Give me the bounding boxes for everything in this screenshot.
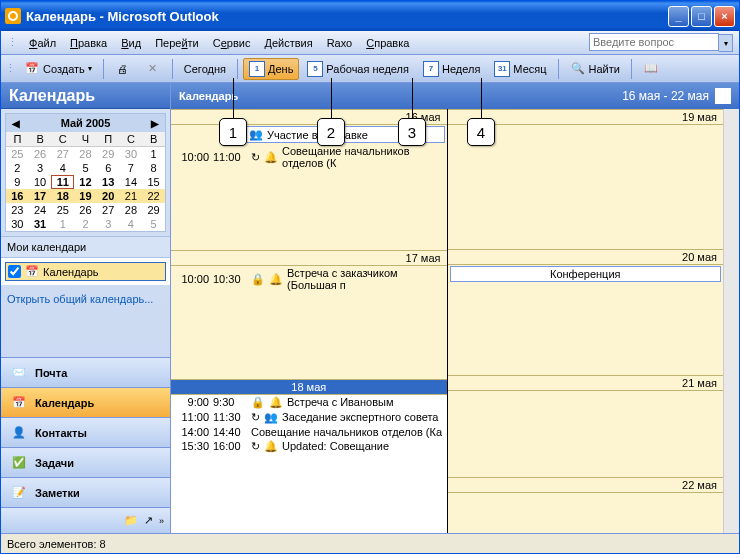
menu-raxo[interactable]: Rахо — [320, 35, 360, 51]
day-header-20[interactable]: 20 мая — [448, 249, 724, 265]
date-cell[interactable]: 20 — [97, 189, 120, 203]
date-cell[interactable]: 5 — [142, 217, 165, 231]
menu-edit[interactable]: Правка — [63, 35, 114, 51]
open-shared-calendar-link[interactable]: Открыть общий календарь... — [1, 285, 170, 313]
help-search-input[interactable] — [589, 33, 719, 51]
menu-actions[interactable]: Действия — [257, 35, 319, 51]
calendar-checkbox[interactable] — [8, 265, 21, 278]
appointment-allday[interactable]: Конференция — [450, 266, 722, 282]
date-cell[interactable]: 23 — [6, 203, 29, 217]
date-cell[interactable]: 13 — [97, 175, 120, 189]
window-title: Календарь - Microsoft Outlook — [26, 9, 668, 24]
create-button[interactable]: 📅 Создать ▾ — [18, 58, 98, 80]
date-cell[interactable]: 3 — [97, 217, 120, 231]
help-search[interactable]: ▾ — [589, 33, 733, 53]
close-button[interactable]: × — [714, 6, 735, 27]
nav-tasks[interactable]: ✅Задачи — [1, 447, 170, 477]
date-cell[interactable]: 30 — [6, 217, 29, 231]
date-cell[interactable]: 27 — [97, 203, 120, 217]
date-cell[interactable]: 17 — [29, 189, 52, 203]
help-search-dropdown[interactable]: ▾ — [719, 34, 733, 52]
date-cell[interactable]: 9 — [6, 175, 29, 189]
date-cell[interactable]: 25 — [51, 203, 74, 217]
date-cell[interactable]: 3 — [29, 161, 52, 175]
month-view-button[interactable]: 31Месяц — [488, 58, 552, 80]
menu-service[interactable]: Сервис — [206, 35, 258, 51]
date-cell[interactable]: 19 — [74, 189, 97, 203]
date-cell[interactable]: 11 — [51, 175, 74, 189]
date-cell[interactable]: 7 — [120, 161, 143, 175]
nav-contacts[interactable]: 👤Контакты — [1, 417, 170, 447]
date-cell[interactable]: 22 — [142, 189, 165, 203]
date-cell[interactable]: 8 — [142, 161, 165, 175]
menu-view[interactable]: Вид — [114, 35, 148, 51]
date-cell[interactable]: 10 — [29, 175, 52, 189]
menu-go[interactable]: Перейти — [148, 35, 206, 51]
nav-tray: 📁 ↗ » — [1, 507, 170, 533]
menu-help[interactable]: Справка — [359, 35, 416, 51]
shortcuts-icon[interactable]: ↗ — [144, 514, 153, 527]
nav-notes[interactable]: 📝Заметки — [1, 477, 170, 507]
date-cell[interactable]: 14 — [120, 175, 143, 189]
delete-button[interactable]: ✕ — [139, 58, 167, 80]
date-cell[interactable]: 6 — [97, 161, 120, 175]
appointment-row[interactable]: 10:0010:30 🔒🔔 Встреча с заказчиком (Боль… — [171, 266, 447, 292]
find-button[interactable]: 🔍Найти — [564, 58, 626, 80]
date-cell[interactable]: 26 — [74, 203, 97, 217]
date-cell[interactable]: 26 — [29, 147, 52, 161]
date-cell[interactable]: 18 — [51, 189, 74, 203]
day-header-21[interactable]: 21 мая — [448, 375, 724, 391]
day-header-17[interactable]: 17 мая — [171, 250, 447, 266]
scrollbar[interactable] — [723, 109, 739, 533]
date-cell[interactable]: 2 — [74, 217, 97, 231]
nav-calendar[interactable]: 📅Календарь — [1, 387, 170, 417]
folder-icon[interactable]: 📁 — [124, 514, 138, 527]
dropdown-icon: ▾ — [88, 64, 92, 73]
date-cell[interactable]: 2 — [6, 161, 29, 175]
my-calendar-item[interactable]: 📅 Календарь — [5, 262, 166, 281]
date-cell[interactable]: 24 — [29, 203, 52, 217]
appointment-row[interactable]: 9:009:30🔒🔔Встреча с Ивановым — [171, 395, 447, 410]
date-cell[interactable]: 30 — [120, 147, 143, 161]
day-header-22[interactable]: 22 мая — [448, 477, 724, 493]
date-cell[interactable]: 21 — [120, 189, 143, 203]
date-cell[interactable]: 4 — [120, 217, 143, 231]
date-cell[interactable]: 29 — [142, 203, 165, 217]
day-view-button[interactable]: 1День — [243, 58, 299, 80]
appointment-row[interactable]: 14:0014:40Совещание начальников отделов … — [171, 425, 447, 439]
week-view-button[interactable]: 7Неделя — [417, 58, 486, 80]
nav-mail[interactable]: ✉️Почта — [1, 357, 170, 387]
address-book-button[interactable]: 📖 — [637, 58, 665, 80]
date-cell[interactable]: 16 — [6, 189, 29, 203]
date-cell[interactable]: 25 — [6, 147, 29, 161]
date-cell[interactable]: 28 — [120, 203, 143, 217]
tasks-icon: ✅ — [9, 454, 29, 472]
configure-icon[interactable]: » — [159, 516, 164, 526]
workweek-view-button[interactable]: 5Рабочая неделя — [301, 58, 415, 80]
appointment-row[interactable]: 10:0011:00 ↻🔔 Совещание начальников отде… — [171, 144, 447, 170]
date-navigator[interactable]: ◀ Май 2005 ▶ ПВСЧПСВ25262728293012345678… — [5, 113, 166, 232]
maximize-button[interactable]: □ — [691, 6, 712, 27]
minimize-button[interactable]: _ — [668, 6, 689, 27]
appointment-row[interactable]: 15:3016:00↻🔔Updated: Совещание — [171, 439, 447, 454]
appointment-row[interactable]: 11:0011:30↻👥Заседание экспертного совета — [171, 410, 447, 425]
date-cell[interactable]: 1 — [51, 217, 74, 231]
print-button[interactable]: 🖨 — [109, 58, 137, 80]
date-cell[interactable]: 31 — [29, 217, 52, 231]
date-cell[interactable]: 27 — [51, 147, 74, 161]
date-cell[interactable]: 5 — [74, 161, 97, 175]
date-cell[interactable]: 29 — [97, 147, 120, 161]
prev-month-button[interactable]: ◀ — [8, 118, 24, 129]
date-cell[interactable]: 1 — [142, 147, 165, 161]
date-cell[interactable]: 15 — [142, 175, 165, 189]
menu-file[interactable]: Файл — [22, 35, 63, 51]
next-month-button[interactable]: ▶ — [147, 118, 163, 129]
date-cell[interactable]: 28 — [74, 147, 97, 161]
view-toggle-icon[interactable] — [715, 88, 731, 104]
today-button[interactable]: Сегодня — [178, 58, 232, 80]
day-header-18[interactable]: 18 мая — [171, 379, 447, 395]
month-icon: 31 — [494, 61, 510, 77]
recurrence-icon: ↻ — [251, 151, 260, 164]
date-cell[interactable]: 12 — [74, 175, 97, 189]
date-cell[interactable]: 4 — [51, 161, 74, 175]
